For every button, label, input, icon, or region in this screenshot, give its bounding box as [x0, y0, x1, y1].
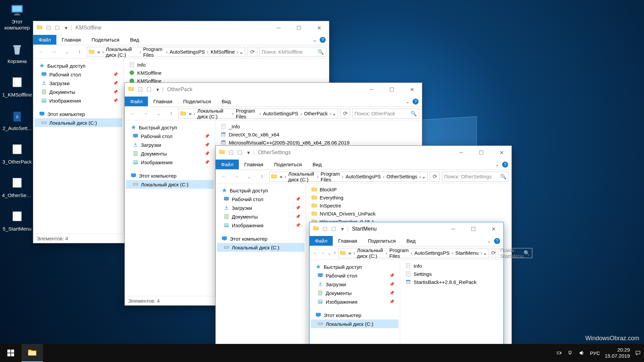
file-item[interactable]: Everything	[310, 193, 508, 201]
tab-home[interactable]: Главная	[239, 160, 269, 169]
qat-dropdown-icon[interactable]	[145, 85, 153, 94]
tab-share[interactable]: Поделиться	[86, 35, 125, 45]
address-input[interactable]: «›Локальный диск (C:)›Program Files›Auto…	[338, 248, 489, 258]
breadcrumb-segment[interactable]: OtherPack	[303, 111, 329, 116]
qat-dropdown-icon[interactable]	[330, 225, 338, 233]
tab-file[interactable]: Файл	[33, 35, 56, 45]
address-input[interactable]: «›Локальный диск (C:)›Program Files›Auto…	[178, 109, 338, 119]
chevron-down-icon[interactable]: ⌄	[422, 174, 426, 180]
nav-pictures[interactable]: Изображения📌	[126, 158, 214, 167]
file-item[interactable]: Settings	[404, 270, 500, 278]
tab-file[interactable]: Файл	[125, 97, 148, 106]
start-button[interactable]	[0, 344, 21, 362]
help-icon[interactable]: ?	[494, 238, 500, 244]
file-item[interactable]: Info	[404, 262, 500, 270]
nav-this-pc[interactable]: Этот компьютер	[126, 171, 214, 180]
nav-forward-button[interactable]: →	[320, 248, 325, 258]
expand-ribbon-icon[interactable]: ⌄	[406, 99, 410, 105]
nav-pictures[interactable]: Изображения📌	[311, 297, 398, 306]
tab-share[interactable]: Поделиться	[178, 97, 216, 106]
qat-properties-icon[interactable]	[227, 148, 235, 157]
file-item[interactable]: Info	[127, 61, 326, 69]
expand-ribbon-icon[interactable]: ⌄	[495, 162, 499, 168]
search-input[interactable]: Поиск: OtherPack 🔍	[352, 109, 419, 119]
desktop-icon-file-3[interactable]: 3_OtherPack	[2, 143, 32, 165]
breadcrumb-segment[interactable]: Program Files	[388, 247, 410, 259]
breadcrumb-segment[interactable]: OtherSettings	[385, 174, 419, 179]
tray-language[interactable]: РУС	[590, 350, 600, 356]
address-input[interactable]: «›Локальный диск (C:)›Program Files›Auto…	[269, 172, 428, 182]
chevron-down-icon[interactable]: ⌄	[332, 111, 336, 117]
file-item[interactable]: KMSoffline	[127, 69, 326, 77]
titlebar[interactable]: ▾ | StartMenu ─ ☐ ✕	[310, 222, 503, 236]
file-item[interactable]: NVIDIA_Drivers_UnPack	[310, 209, 508, 218]
tab-home[interactable]: Главная	[333, 236, 363, 246]
nav-desktop[interactable]: Рабочий стол📌	[126, 132, 214, 140]
nav-downloads[interactable]: Загрузки📌	[126, 140, 214, 149]
nav-back-button[interactable]: ←	[218, 171, 229, 182]
breadcrumb-segment[interactable]: Program Files	[142, 46, 165, 58]
breadcrumb-segment[interactable]: Program Files	[319, 171, 341, 182]
close-button[interactable]: ✕	[491, 146, 512, 159]
taskbar-app-explorer[interactable]	[21, 344, 43, 362]
qat-dropdown-icon[interactable]	[53, 24, 61, 32]
desktop-icon-this-pc[interactable]: Этоткомпьютер	[2, 3, 32, 31]
breadcrumb-segment[interactable]: Локальный диск (C:)	[104, 46, 139, 58]
nav-quick-access[interactable]: Быстрый доступ	[311, 262, 398, 271]
maximize-button[interactable]: ☐	[289, 21, 309, 35]
maximize-button[interactable]: ☐	[463, 222, 483, 236]
minimize-button[interactable]: ─	[451, 146, 471, 159]
nav-up-button[interactable]: ↑	[333, 248, 336, 258]
maximize-button[interactable]: ☐	[471, 146, 491, 159]
nav-forward-button[interactable]: →	[49, 47, 59, 57]
nav-documents[interactable]: Документы📌	[217, 212, 305, 221]
nav-desktop[interactable]: Рабочий стол📌	[311, 271, 398, 280]
nav-desktop[interactable]: Рабочий стол📌	[217, 195, 305, 203]
tray-network-icon[interactable]	[567, 350, 574, 356]
breadcrumb-segment[interactable]: Локальный диск (C:)	[287, 171, 316, 182]
nav-recent-dropdown[interactable]: ⌄	[153, 108, 164, 119]
nav-downloads[interactable]: Загрузки📌	[35, 79, 122, 87]
nav-documents[interactable]: Документы📌	[311, 289, 398, 297]
tab-view[interactable]: Вид	[216, 97, 236, 106]
minimize-button[interactable]: ─	[443, 222, 463, 236]
close-button[interactable]: ✕	[402, 83, 422, 96]
tab-view[interactable]: Вид	[401, 236, 421, 246]
close-button[interactable]: ✕	[309, 21, 329, 35]
desktop-icon-file-5[interactable]: 5_StartMenu	[2, 210, 32, 232]
nav-documents[interactable]: Документы📌	[35, 87, 122, 96]
address-input[interactable]: «›Локальный диск (C:)›Program Files›Auto…	[87, 47, 245, 57]
chevron-down-icon[interactable]: ▾	[245, 148, 253, 157]
nav-quick-access[interactable]: Быстрый доступ	[126, 123, 214, 132]
nav-pictures[interactable]: Изображения📌	[35, 96, 122, 105]
breadcrumb-segment[interactable]: AutoSettingsPS	[262, 111, 300, 116]
nav-c-drive[interactable]: Локальный диск (C:)	[311, 319, 398, 328]
nav-downloads[interactable]: Загрузки📌	[311, 280, 398, 289]
nav-this-pc[interactable]: Этот компьютер	[311, 311, 398, 319]
chevron-down-icon[interactable]: ⌄	[483, 250, 487, 256]
maximize-button[interactable]: ☐	[382, 83, 402, 96]
tab-share[interactable]: Поделиться	[269, 160, 307, 169]
search-input[interactable]: Поиск: StartMenu 🔍	[498, 248, 532, 258]
nav-up-button[interactable]: ↑	[74, 47, 85, 57]
desktop-icon-file-4[interactable]: 4_OtherSett...	[2, 176, 32, 198]
refresh-button[interactable]: ⟳	[430, 172, 440, 182]
breadcrumb-segment[interactable]: Program Files	[234, 108, 259, 119]
nav-this-pc[interactable]: Этот компьютер	[217, 234, 305, 243]
chevron-down-icon[interactable]: ▾	[62, 24, 70, 32]
nav-back-button[interactable]: ←	[36, 47, 47, 57]
close-button[interactable]: ✕	[483, 222, 503, 236]
refresh-button[interactable]: ⟳	[247, 47, 257, 57]
breadcrumb-segment[interactable]: StartMenu	[454, 250, 480, 256]
file-item[interactable]: StartisBack++2.8.6_RePack	[404, 278, 500, 286]
help-icon[interactable]: ?	[502, 162, 508, 168]
breadcrumb-segment[interactable]: Локальный диск (C:)	[196, 108, 231, 119]
expand-ribbon-icon[interactable]: ⌄	[313, 37, 317, 43]
chevron-down-icon[interactable]: ▾	[154, 85, 162, 94]
tray-clock[interactable]: 20:29 15.07.2019	[605, 347, 630, 359]
tray-volume-icon[interactable]	[579, 350, 585, 356]
file-item[interactable]: InSpectre	[310, 201, 508, 209]
desktop-icon-recycle-bin[interactable]: Корзина	[2, 42, 32, 64]
nav-back-button[interactable]: ←	[312, 248, 318, 258]
refresh-button[interactable]: ⟳	[340, 109, 350, 119]
